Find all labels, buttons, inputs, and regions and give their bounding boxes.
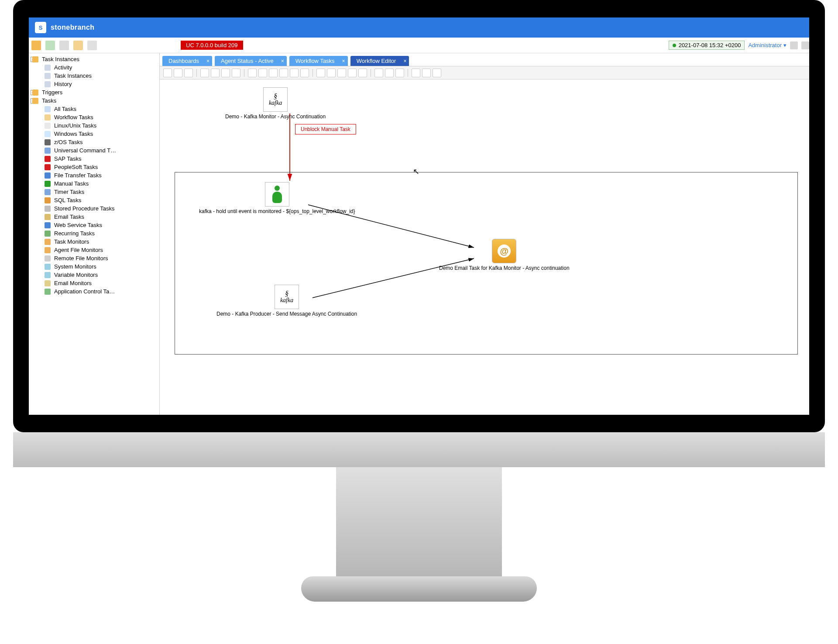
- nav-icon-2[interactable]: [45, 41, 55, 50]
- tree-item[interactable]: Agent File Monitors: [29, 246, 159, 254]
- tree-item[interactable]: Recurring Tasks: [29, 229, 159, 238]
- tree-item-icon: [45, 214, 51, 220]
- tree-item[interactable]: Task Instances: [29, 72, 159, 80]
- tree-item[interactable]: Email Monitors: [29, 279, 159, 287]
- tree-item-label: SQL Tasks: [54, 197, 81, 203]
- quick-toolbar: [29, 41, 177, 50]
- tree-item[interactable]: SQL Tasks: [29, 196, 159, 204]
- toolbar-btn-layout-1[interactable]: [374, 69, 383, 77]
- toolbar-btn-line[interactable]: [221, 69, 230, 77]
- server-datetime: 2021-07-08 15:32 +0200: [669, 41, 745, 50]
- tree-item[interactable]: History: [29, 80, 159, 88]
- tree-item-label: File Transfer Tasks: [54, 172, 102, 179]
- toolbar-btn-paste[interactable]: [290, 69, 299, 77]
- toolbar-btn-zoom-actual[interactable]: [348, 69, 357, 77]
- tree-item[interactable]: System Monitors: [29, 262, 159, 271]
- toolbar-btn-zoom-sel[interactable]: [358, 69, 367, 77]
- node-kafka-monitor[interactable]: § kafka Demo - Kafka Monitor - Async Con…: [225, 87, 326, 120]
- tree-item[interactable]: Timer Tasks: [29, 188, 159, 196]
- content-tab[interactable]: Workflow Tasks×: [289, 56, 348, 66]
- tree-item[interactable]: Activity: [29, 63, 159, 72]
- tree-item[interactable]: Stored Procedure Tasks: [29, 204, 159, 213]
- content-tab[interactable]: Agent Status - Active×: [215, 56, 287, 66]
- toolbar-btn-cut[interactable]: [269, 69, 278, 77]
- tree-item[interactable]: Linux/Unix Tasks: [29, 121, 159, 130]
- tree-item[interactable]: Task Monitors: [29, 238, 159, 246]
- nav-icon-4[interactable]: [73, 41, 83, 50]
- toolbar-btn-layout-3[interactable]: [395, 69, 404, 77]
- tree-item[interactable]: Workflow Tasks: [29, 113, 159, 121]
- tree-item[interactable]: Email Tasks: [29, 213, 159, 221]
- tab-close-icon[interactable]: ×: [342, 58, 345, 64]
- tree-item-label: Task Instances: [54, 72, 92, 79]
- tree-item-label: Workflow Tasks: [54, 114, 93, 121]
- toolbar-btn-extra-1[interactable]: [412, 69, 420, 77]
- tree-item[interactable]: Variable Monitors: [29, 271, 159, 279]
- toolbar-btn-zoom-fit[interactable]: [337, 69, 346, 77]
- nav-icon-1[interactable]: [31, 41, 41, 50]
- toolbar-btn-save[interactable]: [174, 69, 182, 77]
- tree-item-label: Application Control Ta…: [54, 288, 115, 295]
- tree-item-icon: [45, 289, 51, 295]
- nav-icon-3[interactable]: [59, 41, 69, 50]
- tree-item[interactable]: Windows Tasks: [29, 130, 159, 138]
- tree-item-icon: [32, 90, 38, 96]
- content-tab[interactable]: Dashboards×: [162, 56, 212, 66]
- tree-folder[interactable]: +Triggers: [29, 88, 159, 96]
- tree-item-icon: [45, 106, 51, 112]
- toolbar-btn-print[interactable]: [184, 69, 193, 77]
- tree-item[interactable]: z/OS Tasks: [29, 138, 159, 146]
- header-action-icon-2[interactable]: [801, 41, 809, 49]
- workflow-canvas[interactable]: § kafka Demo - Kafka Monitor - Async Con…: [160, 79, 809, 415]
- tab-close-icon[interactable]: ×: [281, 58, 284, 64]
- tree-item-label: PeopleSoft Tasks: [54, 164, 98, 170]
- nav-tree[interactable]: −Task InstancesActivityTask InstancesHis…: [29, 53, 160, 415]
- tab-label: Dashboards: [168, 58, 199, 64]
- toolbar-btn-curve[interactable]: [232, 69, 240, 77]
- toolbar-btn-delete[interactable]: [300, 69, 309, 77]
- tree-item[interactable]: Remote File Monitors: [29, 254, 159, 262]
- tree-item[interactable]: SAP Tasks: [29, 155, 159, 163]
- tree-item-label: Manual Tasks: [54, 180, 89, 187]
- toolbar-btn-layout-2[interactable]: [385, 69, 394, 77]
- tree-item[interactable]: Universal Command T…: [29, 146, 159, 155]
- toolbar-btn-up[interactable]: [163, 69, 172, 77]
- tree-item[interactable]: Web Service Tasks: [29, 221, 159, 229]
- toolbar-btn-zoom-out[interactable]: [327, 69, 336, 77]
- tree-item-icon: [45, 139, 51, 145]
- tab-close-icon[interactable]: ×: [206, 58, 210, 64]
- toolbar-btn-undo[interactable]: [248, 69, 257, 77]
- tree-item[interactable]: PeopleSoft Tasks: [29, 163, 159, 171]
- tree-item[interactable]: All Tasks: [29, 105, 159, 113]
- tree-item-icon: [45, 172, 51, 179]
- tree-item-label: Web Service Tasks: [54, 222, 102, 228]
- tree-item-label: Task Monitors: [54, 238, 89, 245]
- tree-folder[interactable]: −Tasks: [29, 96, 159, 105]
- toolbar-btn-connect[interactable]: [211, 69, 220, 77]
- toolbar-btn-copy[interactable]: [279, 69, 288, 77]
- settings-gear-icon[interactable]: [87, 41, 97, 50]
- tree-item-icon: [45, 114, 51, 121]
- tab-close-icon[interactable]: ×: [403, 58, 406, 64]
- monitor-stand: [13, 432, 825, 607]
- tree-item-icon: [45, 272, 51, 278]
- tab-row: Dashboards×Agent Status - Active×Workflo…: [160, 53, 809, 66]
- tree-folder[interactable]: −Task Instances: [29, 55, 159, 63]
- toolbar-btn-extra-3[interactable]: [433, 69, 441, 77]
- user-menu[interactable]: Administrator ▾: [748, 42, 786, 48]
- tree-item-label: Timer Tasks: [54, 189, 84, 195]
- tree-item-label: History: [54, 81, 72, 87]
- content-tab[interactable]: Workflow Editor×: [350, 56, 409, 66]
- tree-item[interactable]: File Transfer Tasks: [29, 171, 159, 179]
- tree-item[interactable]: Manual Tasks: [29, 179, 159, 188]
- header-action-icon-1[interactable]: [790, 41, 798, 49]
- toolbar-btn-pointer[interactable]: [200, 69, 209, 77]
- toolbar-btn-redo[interactable]: [258, 69, 267, 77]
- tree-item-icon: [45, 280, 51, 286]
- toolbar-btn-zoom-in[interactable]: [316, 69, 325, 77]
- tree-item-label: Task Instances: [42, 56, 79, 62]
- body-row: −Task InstancesActivityTask InstancesHis…: [29, 53, 809, 415]
- tree-item[interactable]: Application Control Ta…: [29, 287, 159, 296]
- toolbar-btn-extra-2[interactable]: [422, 69, 431, 77]
- tree-item-icon: [32, 98, 38, 104]
